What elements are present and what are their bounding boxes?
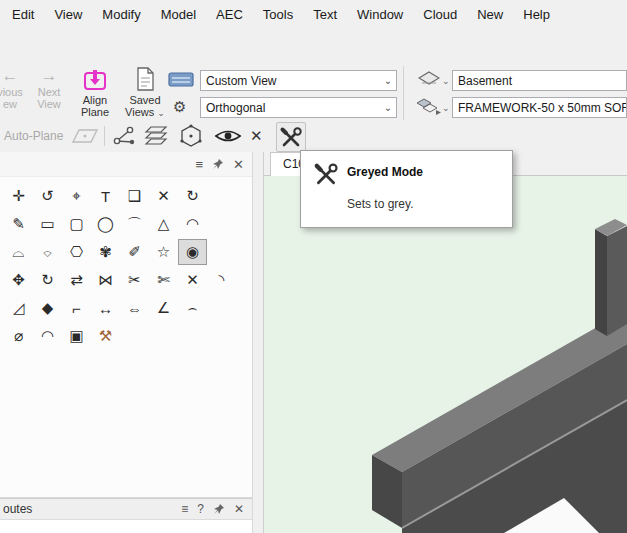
- pan-tool-icon[interactable]: ✛: [4, 183, 33, 209]
- rounded-rectangle-tool-icon[interactable]: ▢: [62, 211, 91, 237]
- palette-row: ✎ ▭ ▢ ◯ ⌒ △ ◠: [0, 210, 252, 238]
- design-layer-icon[interactable]: [418, 71, 440, 88]
- previous-view-label2: ew: [0, 98, 28, 110]
- callout-tool-icon[interactable]: ❑: [120, 183, 149, 209]
- delete-vertex-tool-icon[interactable]: ✕: [178, 267, 207, 293]
- curve-tool-icon[interactable]: ◠: [178, 211, 207, 237]
- move-points-tool-icon[interactable]: ✥: [4, 267, 33, 293]
- spiral-tool-icon[interactable]: ✾: [91, 239, 120, 265]
- class-icon[interactable]: [416, 97, 442, 116]
- text-tool-icon[interactable]: T: [91, 183, 120, 209]
- surface-tool-icon[interactable]: ⌓: [4, 239, 33, 265]
- hammer-tool-icon[interactable]: ⚒: [91, 323, 120, 349]
- palette-close-icon[interactable]: ✕: [233, 158, 244, 171]
- layer-select-value: Basement: [453, 74, 626, 88]
- section-tool-icon[interactable]: ▣: [62, 323, 91, 349]
- menu-window[interactable]: Window: [347, 0, 413, 30]
- previous-view-button[interactable]: ← vious ew: [0, 66, 28, 110]
- radial-dimension-tool-icon[interactable]: ⌢: [178, 295, 207, 321]
- modebar-separator: [104, 126, 105, 146]
- layer-select[interactable]: Basement: [452, 70, 627, 91]
- rectangle-tool-icon[interactable]: ▭: [33, 211, 62, 237]
- align-plane-button[interactable]: Align Plane: [72, 66, 118, 118]
- flyover-tool-icon[interactable]: ↺: [33, 183, 62, 209]
- chain-dimension-tool-icon[interactable]: ⇔: [120, 295, 149, 321]
- menu-aec[interactable]: AEC: [206, 0, 253, 30]
- projection-select-chevron-icon: ⌄: [380, 102, 396, 113]
- routes-help-icon[interactable]: ?: [197, 502, 204, 516]
- menu-view[interactable]: View: [44, 0, 92, 30]
- tape-measure-tool-icon[interactable]: ⌀: [4, 323, 33, 349]
- view-mode-icon[interactable]: [168, 71, 194, 89]
- greyed-mode-button[interactable]: [276, 122, 306, 152]
- fillet-tool-icon[interactable]: ◝: [207, 267, 236, 293]
- palette-pin-icon[interactable]: [212, 158, 224, 170]
- basic-tool-palette: ≡ ✕ ✛ ↺ ⌖ T ❑ ✕ ↻ ✎ ▭ ▢ ◯ ⌒ △: [0, 152, 252, 498]
- circle-tool-icon[interactable]: ◯: [91, 211, 120, 237]
- extend-tool-icon[interactable]: ⌐: [62, 295, 91, 321]
- menu-modify[interactable]: Modify: [92, 0, 150, 30]
- palette-row: ⌓ ⌔ ⎔ ✾ ✐ ☆ ◉: [0, 238, 252, 266]
- rotate-object-tool-icon[interactable]: ↻: [33, 267, 62, 293]
- class-chevron-icon[interactable]: ⌄: [442, 103, 450, 113]
- tooltip-title: Greyed Mode: [347, 165, 423, 179]
- triangle-tool-icon[interactable]: △: [149, 211, 178, 237]
- chamfer-tool-icon[interactable]: ◿: [4, 295, 33, 321]
- greyed-mode-icon: [313, 161, 339, 187]
- protractor-tool-icon[interactable]: ◠: [33, 323, 62, 349]
- menu-new[interactable]: New: [467, 0, 513, 30]
- connect-tool-icon[interactable]: ⋈: [91, 267, 120, 293]
- previous-arrow-icon: ←: [0, 66, 28, 86]
- auto-plane-label: Auto-Plane: [4, 129, 63, 143]
- scissors-tool-icon[interactable]: ✂: [120, 267, 149, 293]
- sector-tool-icon[interactable]: ⌔: [33, 239, 62, 265]
- saved-views-label: Saved: [122, 94, 168, 106]
- routes-pin-icon[interactable]: [213, 503, 225, 515]
- menu-help[interactable]: Help: [513, 0, 560, 30]
- render-settings-gear-icon[interactable]: ⚙: [173, 98, 186, 116]
- snap-network-icon[interactable]: [112, 125, 136, 147]
- saved-views-chevron-icon: ⌄: [157, 108, 165, 118]
- menu-model[interactable]: Model: [151, 0, 206, 30]
- projection-select[interactable]: Orthogonal ⌄: [200, 97, 397, 118]
- menu-text[interactable]: Text: [303, 0, 347, 30]
- layers-stack-icon[interactable]: [144, 126, 168, 146]
- routes-close-icon[interactable]: ✕: [234, 502, 244, 516]
- zoom-tool-icon[interactable]: ⌖: [62, 183, 91, 209]
- trim-tool-icon[interactable]: ✄: [149, 267, 178, 293]
- view-select[interactable]: Custom View ⌄: [200, 70, 397, 91]
- menu-cloud[interactable]: Cloud: [413, 0, 467, 30]
- next-view-button[interactable]: → Next View: [30, 66, 68, 110]
- routes-panel-title: outes: [0, 502, 181, 516]
- visibility-eye-icon[interactable]: [214, 127, 242, 145]
- select-similar-tool-icon[interactable]: ◉: [178, 239, 207, 265]
- toolbar-ribbon: ← vious ew → Next View Align Plane: [0, 30, 627, 121]
- linear-dimension-tool-icon[interactable]: ↔: [91, 295, 120, 321]
- menu-edit[interactable]: Edit: [2, 0, 44, 30]
- palette-row: ⌀ ◠ ▣ ⚒: [0, 322, 252, 350]
- rotate-view-tool-icon[interactable]: ↻: [178, 183, 207, 209]
- palette-menu-icon[interactable]: ≡: [196, 158, 204, 171]
- auto-plane-icon[interactable]: [72, 127, 98, 145]
- star-tool-icon[interactable]: ☆: [149, 239, 178, 265]
- clear-x-icon[interactable]: ✕: [250, 127, 263, 145]
- palette-row: ◿ ◆ ⌐ ↔ ⇔ ∠ ⌢: [0, 294, 252, 322]
- freehand-tool-icon[interactable]: ✎: [4, 211, 33, 237]
- class-select[interactable]: FRAMEWORK-50 x 50mm SOFTW: [452, 97, 627, 118]
- polygon-tool-icon[interactable]: ⎔: [62, 239, 91, 265]
- routes-menu-icon[interactable]: ≡: [181, 502, 188, 516]
- drawing-view[interactable]: [264, 176, 627, 533]
- next-arrow-icon: →: [30, 66, 68, 86]
- angular-dimension-tool-icon[interactable]: ∠: [149, 295, 178, 321]
- 3d-framework-object: [264, 176, 627, 533]
- palette-splitter[interactable]: [252, 152, 264, 533]
- menu-tools[interactable]: Tools: [253, 0, 303, 30]
- working-plane-hexagon-icon[interactable]: [178, 124, 204, 148]
- eyedropper-tool-icon[interactable]: ✐: [120, 239, 149, 265]
- mirror-tool-icon[interactable]: ⇄: [62, 267, 91, 293]
- offset-tool-icon[interactable]: ◆: [33, 295, 62, 321]
- layer-chevron-icon[interactable]: ⌄: [442, 76, 450, 86]
- saved-views-button[interactable]: Saved Views ⌄: [122, 66, 168, 119]
- delete-tool-icon[interactable]: ✕: [149, 183, 178, 209]
- arc-tool-icon[interactable]: ⌒: [120, 211, 149, 237]
